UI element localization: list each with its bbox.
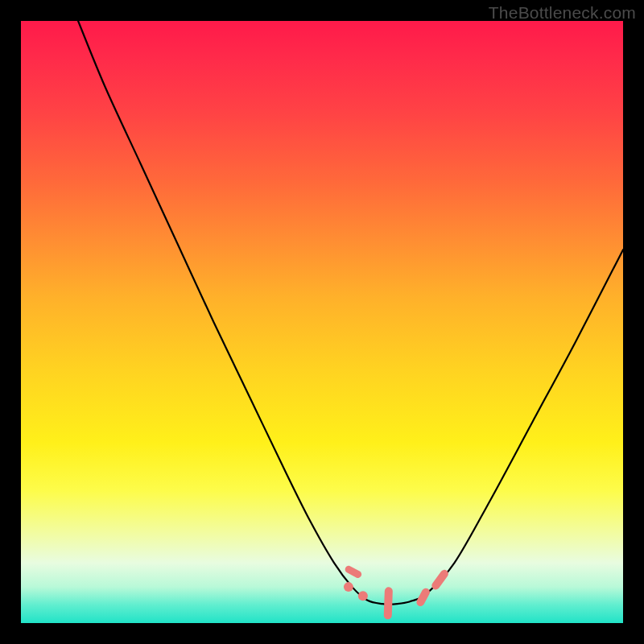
chart-svg — [21, 21, 623, 623]
bottleneck-curve — [78, 21, 623, 605]
marker-lozenge — [384, 587, 393, 619]
marker-lozenge — [344, 564, 363, 579]
chart-frame: TheBottleneck.com — [0, 0, 644, 644]
curve-group — [78, 21, 623, 605]
marker-lozenge — [415, 587, 431, 608]
plot-area — [21, 21, 623, 623]
marker-dot — [358, 591, 368, 601]
marker-lozenge — [430, 568, 450, 592]
watermark-text: TheBottleneck.com — [489, 3, 636, 23]
markers-group — [344, 564, 450, 619]
marker-dot — [344, 582, 353, 592]
